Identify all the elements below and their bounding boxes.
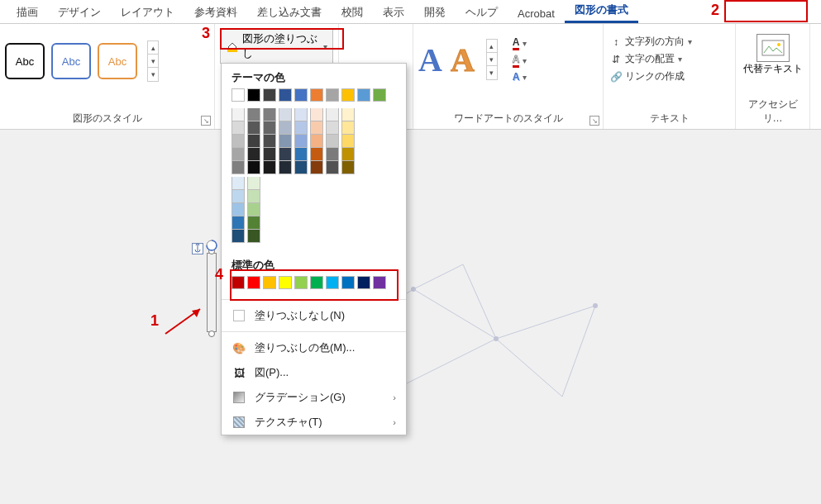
menu-item-picture[interactable]: 🖼 図(P)... (222, 360, 406, 385)
alt-text-button[interactable]: 代替テキスト (741, 34, 804, 74)
color-swatch[interactable] (279, 148, 292, 161)
create-link-button[interactable]: 🔗 リンクの作成 (609, 69, 730, 84)
menu-item-more-colors[interactable]: 🎨 塗りつぶしの色(M)... (222, 335, 406, 360)
color-swatch[interactable] (232, 203, 245, 216)
color-swatch[interactable] (263, 121, 276, 135)
menu-item-gradient[interactable]: グラデーション(G) › (222, 385, 406, 410)
color-swatch[interactable] (326, 148, 339, 161)
color-swatch[interactable] (341, 276, 355, 289)
color-swatch[interactable] (341, 148, 355, 161)
color-swatch[interactable] (326, 135, 339, 148)
color-swatch[interactable] (232, 161, 245, 174)
color-swatch[interactable] (279, 161, 292, 174)
dialog-launcher-shape-styles[interactable]: ↘ (201, 116, 211, 126)
color-swatch[interactable] (294, 108, 308, 121)
color-swatch[interactable] (294, 276, 308, 289)
color-swatch[interactable] (263, 108, 276, 121)
tab-developer[interactable]: 開発 (414, 1, 456, 23)
color-swatch[interactable] (232, 108, 245, 121)
tab-review[interactable]: 校閲 (332, 1, 373, 23)
menu-item-texture[interactable]: テクスチャ(T) › (222, 410, 406, 435)
resize-handle-bottom[interactable] (208, 330, 215, 337)
selected-shape[interactable] (207, 253, 217, 332)
tab-layout[interactable]: レイアウト (111, 1, 184, 23)
color-swatch[interactable] (294, 88, 308, 102)
color-swatch[interactable] (232, 276, 245, 289)
color-swatch[interactable] (357, 276, 370, 289)
color-swatch[interactable] (263, 88, 276, 102)
color-swatch[interactable] (232, 216, 245, 230)
wordart-gallery-scroll[interactable]: ▴ ▾ ▾ (486, 39, 498, 80)
shape-style-preset-1[interactable]: Abc (5, 43, 45, 79)
color-swatch[interactable] (294, 135, 308, 148)
color-swatch[interactable] (247, 121, 260, 135)
color-swatch[interactable] (263, 276, 276, 289)
color-swatch[interactable] (247, 148, 260, 161)
menu-item-no-fill[interactable]: 塗りつぶしなし(N) (222, 303, 406, 328)
color-swatch[interactable] (263, 135, 276, 148)
scroll-down-icon[interactable]: ▾ (487, 53, 497, 66)
shape-style-gallery-scroll[interactable]: ▴ ▾ ▾ (147, 40, 159, 82)
color-swatch[interactable] (232, 148, 245, 161)
color-swatch[interactable] (232, 177, 245, 190)
color-swatch[interactable] (263, 148, 276, 161)
gallery-expand-icon[interactable]: ▾ (148, 68, 158, 81)
scroll-down-icon[interactable]: ▾ (148, 55, 158, 68)
color-swatch[interactable] (247, 276, 260, 289)
text-effects-button[interactable]: A▾ (511, 70, 529, 83)
color-swatch[interactable] (326, 108, 339, 121)
color-swatch[interactable] (310, 135, 323, 148)
color-swatch[interactable] (232, 88, 245, 102)
color-swatch[interactable] (310, 276, 323, 289)
color-swatch[interactable] (326, 161, 339, 174)
color-swatch[interactable] (247, 177, 260, 190)
color-swatch[interactable] (247, 161, 260, 174)
wordart-preset-1[interactable]: A (418, 40, 442, 79)
shape-style-preset-2[interactable]: Abc (51, 43, 91, 79)
color-swatch[interactable] (232, 230, 245, 243)
color-swatch[interactable] (279, 121, 292, 135)
dialog-launcher-wordart[interactable]: ↘ (589, 116, 599, 126)
color-swatch[interactable] (310, 161, 323, 174)
tab-shape-format[interactable]: 図形の書式 (565, 0, 638, 23)
color-swatch[interactable] (341, 135, 355, 148)
color-swatch[interactable] (247, 216, 260, 230)
tab-acrobat[interactable]: Acrobat (508, 3, 565, 23)
shape-fill-button[interactable]: 図形の塗りつぶし ▾ (220, 29, 333, 64)
color-swatch[interactable] (294, 148, 308, 161)
color-swatch[interactable] (232, 135, 245, 148)
wordart-preset-2[interactable]: A (451, 40, 475, 79)
shape-style-preset-3[interactable]: Abc (98, 43, 137, 79)
color-swatch[interactable] (247, 230, 260, 243)
color-swatch[interactable] (373, 276, 386, 289)
scroll-up-icon[interactable]: ▴ (487, 40, 497, 53)
color-swatch[interactable] (341, 161, 355, 174)
color-swatch[interactable] (247, 190, 260, 203)
scroll-up-icon[interactable]: ▴ (148, 41, 158, 55)
color-swatch[interactable] (294, 161, 308, 174)
tab-view[interactable]: 表示 (373, 1, 414, 23)
text-align-button[interactable]: ⇵ 文字の配置▾ (609, 51, 730, 67)
color-swatch[interactable] (341, 88, 355, 102)
color-swatch[interactable] (279, 276, 292, 289)
text-outline-button[interactable]: A▾ (511, 53, 529, 69)
color-swatch[interactable] (326, 121, 339, 135)
color-swatch[interactable] (310, 121, 323, 135)
color-swatch[interactable] (326, 88, 339, 102)
color-swatch[interactable] (247, 135, 260, 148)
color-swatch[interactable] (247, 108, 260, 121)
color-swatch[interactable] (263, 161, 276, 174)
color-swatch[interactable] (247, 88, 260, 102)
color-swatch[interactable] (341, 121, 355, 135)
text-direction-button[interactable]: ↕ 文字列の方向▾ (609, 34, 730, 50)
color-swatch[interactable] (232, 190, 245, 203)
tab-draw[interactable]: 描画 (7, 1, 48, 23)
color-swatch[interactable] (326, 276, 339, 289)
tab-design[interactable]: デザイン (48, 1, 111, 23)
color-swatch[interactable] (279, 108, 292, 121)
color-swatch[interactable] (310, 108, 323, 121)
color-swatch[interactable] (373, 88, 386, 102)
color-swatch[interactable] (341, 108, 355, 121)
tab-help[interactable]: ヘルプ (456, 1, 508, 23)
color-swatch[interactable] (310, 88, 323, 102)
